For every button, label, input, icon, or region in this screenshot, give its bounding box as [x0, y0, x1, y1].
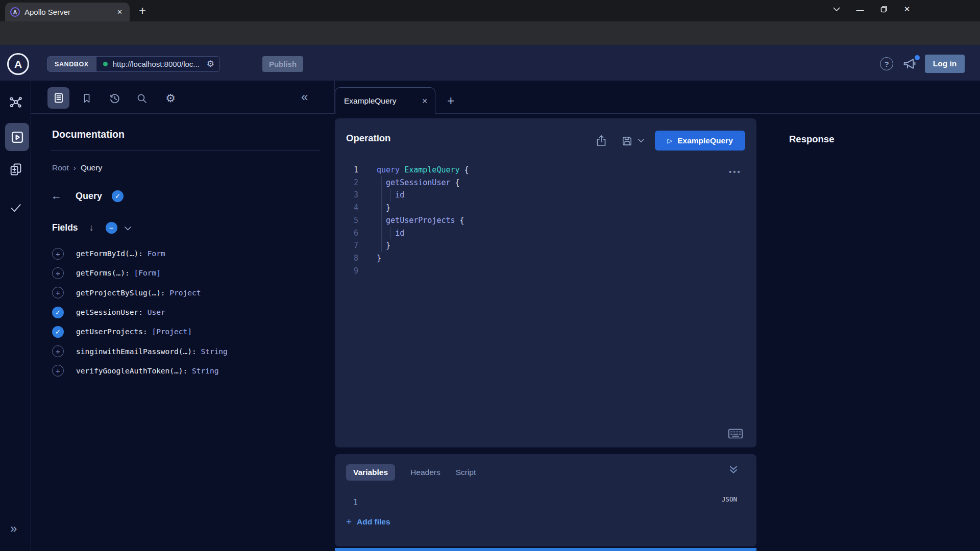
line-content: query ExampleQuery { [377, 164, 469, 177]
line-number: 7 [335, 239, 358, 252]
apollo-logo[interactable]: A [7, 53, 29, 75]
code-line[interactable]: 2 getSessionUser { [335, 177, 743, 189]
code-line[interactable]: 8} [335, 252, 743, 265]
breadcrumb-root[interactable]: Root [52, 163, 69, 172]
explorer-nav-active[interactable] [5, 123, 29, 151]
field-row[interactable]: + ✓ getSessionUser: User [52, 303, 328, 322]
back-arrow-icon[interactable]: ← [51, 190, 62, 202]
field-row[interactable]: + ✓ getUserProjects: [Project] [52, 322, 328, 341]
export-operation-icon[interactable] [594, 134, 608, 148]
keyboard-shortcuts-icon[interactable] [728, 429, 743, 441]
field-type: Project [169, 289, 201, 297]
collapse-panel-icon[interactable]: « [301, 90, 308, 104]
deselect-all-icon[interactable]: − [106, 222, 117, 234]
saved-operations-bookmark-icon[interactable] [80, 92, 93, 105]
login-button[interactable]: Log in [925, 55, 965, 73]
line-number: 2 [335, 177, 358, 189]
browser-tab-strip: A Apollo Server ✕ + — ✕ [0, 0, 980, 21]
field-name: getFormById(…): [76, 249, 143, 258]
window-close-button[interactable]: ✕ [895, 0, 919, 18]
field-type: [Form] [134, 269, 161, 277]
expand-rail-icon[interactable]: » [10, 521, 17, 536]
query-editor[interactable]: 1query ExampleQuery { 2 getSessionUser {… [335, 164, 743, 277]
fields-label: Fields [52, 222, 78, 233]
add-operation-tab-button[interactable]: + [447, 93, 455, 108]
add-field-icon[interactable]: + [52, 345, 64, 357]
fields-list: + ✓ getFormById(…): Form + ✓ getForms(…)… [52, 244, 328, 381]
code-line[interactable]: 5 getUserProjects { [335, 214, 743, 227]
window-chevron-icon[interactable] [825, 0, 848, 18]
field-type: [Project] [152, 328, 192, 336]
endpoint-url[interactable]: http://localhost:8000/loc... [113, 60, 200, 68]
browser-tab-title: Apollo Server [24, 8, 115, 16]
search-icon[interactable] [135, 92, 149, 105]
documentation-tool-active[interactable] [47, 87, 69, 109]
changelog-diff-icon[interactable] [0, 159, 31, 180]
breadcrumb: Root › Query [52, 163, 102, 172]
code-line[interactable]: 6 id [335, 227, 743, 240]
sandbox-endpoint-bar[interactable]: SANDBOX http://localhost:8000/loc... ⚙ [47, 56, 220, 72]
request-tab-script[interactable]: Script [456, 468, 476, 477]
documentation-title: Documentation [52, 129, 125, 140]
add-field-icon[interactable]: + [52, 287, 64, 298]
type-checked-icon[interactable]: ✓ [112, 190, 124, 202]
publish-button[interactable]: Publish [262, 56, 303, 72]
line-number: 1 [335, 164, 358, 177]
field-row[interactable]: + ✓ singinwithEmailPassword(…): String [52, 341, 328, 361]
help-button[interactable]: ? [880, 57, 893, 70]
fields-header-row: Fields ↓ − [52, 222, 131, 234]
field-row[interactable]: + ✓ verifyGoogleAuthToken(…): String [52, 361, 328, 381]
history-icon[interactable] [108, 92, 121, 105]
add-files-button[interactable]: + Add files [346, 516, 390, 528]
field-type: String [201, 347, 227, 356]
breadcrumb-separator: › [74, 163, 76, 172]
request-tab-headers[interactable]: Headers [410, 468, 440, 477]
tab-close-icon[interactable]: ✕ [115, 7, 125, 17]
new-tab-button[interactable]: + [136, 4, 149, 17]
line-content: id [377, 189, 404, 202]
browser-toolbar: ← → ⟳ i localhost:8000/local/graphql ☆ ⋮ [0, 21, 980, 45]
field-name: singinwithEmailPassword(…): [76, 347, 197, 356]
save-operation-icon[interactable] [620, 134, 634, 148]
save-options-chevron-icon[interactable] [637, 134, 645, 148]
run-icon: ▷ [667, 137, 672, 144]
browser-tab[interactable]: A Apollo Server ✕ [5, 3, 130, 21]
field-checked-icon[interactable]: ✓ [52, 326, 64, 338]
code-line[interactable]: 1query ExampleQuery { [335, 164, 743, 177]
window-minimize-button[interactable]: — [848, 0, 872, 18]
connection-status-dot [103, 62, 108, 66]
toolbar-divider [31, 113, 980, 114]
sort-arrow-icon[interactable]: ↓ [89, 222, 94, 233]
request-tab-variables[interactable]: Variables [346, 464, 395, 481]
field-row[interactable]: + ✓ getFormById(…): Form [52, 244, 328, 263]
window-maximize-button[interactable] [872, 0, 895, 18]
fields-chevron-icon[interactable] [125, 223, 131, 233]
panel-accent-bar[interactable] [335, 548, 756, 551]
field-name: getUserProjects: [76, 328, 148, 336]
field-row[interactable]: + ✓ getProjectBySlug(…): Project [52, 283, 328, 303]
checks-icon[interactable] [0, 197, 31, 218]
field-checked-icon[interactable]: ✓ [52, 307, 64, 318]
field-name: getSessionUser: [76, 308, 143, 316]
operation-tab-close-icon[interactable]: ✕ [422, 97, 428, 105]
code-line[interactable]: 9 [335, 265, 743, 278]
add-field-icon[interactable]: + [52, 267, 64, 279]
notification-dot [915, 55, 920, 60]
line-content: id [377, 227, 404, 240]
code-line[interactable]: 7 } [335, 239, 743, 252]
add-field-icon[interactable]: + [52, 248, 64, 260]
add-field-icon[interactable]: + [52, 365, 64, 377]
type-heading: Query [76, 191, 102, 202]
field-row[interactable]: + ✓ getForms(…): [Form] [52, 263, 328, 283]
endpoint-settings-gear-icon[interactable]: ⚙ [207, 59, 214, 69]
field-type: String [192, 367, 218, 375]
schema-graph-icon[interactable] [0, 92, 31, 112]
run-operation-button[interactable]: ▷ ExampleQuery [655, 131, 745, 151]
code-line[interactable]: 3 id [335, 189, 743, 202]
line-content: } [377, 202, 390, 214]
collapse-request-panel-icon[interactable] [729, 465, 738, 477]
code-line[interactable]: 4 } [335, 202, 743, 214]
editor-overflow-menu-icon[interactable]: ••• [729, 167, 742, 176]
operation-tab[interactable]: ExampleQuery ✕ [335, 87, 435, 114]
explorer-settings-gear-icon[interactable]: ⚙ [164, 92, 177, 105]
